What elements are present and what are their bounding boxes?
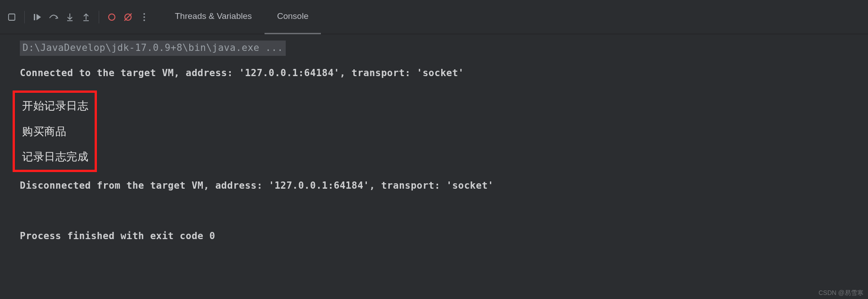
connected-message: Connected to the target VM, address: '12… — [20, 66, 868, 81]
output-line: 开始记录日志 — [22, 97, 88, 114]
divider — [99, 11, 99, 23]
svg-rect-1 — [34, 14, 35, 20]
highlighted-output: 开始记录日志 购买商品 记录日志完成 — [13, 91, 97, 172]
stop-button[interactable] — [5, 10, 19, 24]
toolbar-controls — [5, 10, 151, 24]
blank-line — [20, 204, 868, 219]
step-into-button[interactable] — [63, 10, 77, 24]
output-line: 记录日志完成 — [22, 148, 88, 165]
disconnected-message: Disconnected from the target VM, address… — [20, 178, 868, 194]
debug-toolbar: Threads & Variables Console — [0, 0, 868, 34]
command-line: D:\JavaDevelop\jdk-17.0.9+8\bin\java.exe… — [20, 41, 868, 56]
output-line: 购买商品 — [22, 123, 88, 140]
resume-button[interactable] — [30, 10, 45, 24]
watermark: CSDN @易雪寒 — [818, 289, 863, 297]
step-over-button[interactable] — [46, 10, 61, 24]
divider — [24, 11, 25, 23]
step-out-button[interactable] — [79, 10, 93, 24]
view-breakpoints-button[interactable] — [105, 10, 119, 24]
svg-point-10 — [143, 16, 145, 18]
debug-tabs: Threads & Variables Console — [162, 0, 321, 34]
tab-threads-variables[interactable]: Threads & Variables — [162, 0, 265, 34]
process-exit-message: Process finished with exit code 0 — [20, 229, 868, 244]
svg-point-6 — [109, 14, 115, 20]
java-command: D:\JavaDevelop\jdk-17.0.9+8\bin\java.exe… — [20, 41, 286, 56]
tab-console[interactable]: Console — [265, 0, 321, 34]
svg-point-11 — [143, 19, 145, 21]
more-button[interactable] — [137, 10, 151, 24]
svg-rect-0 — [9, 14, 15, 20]
console-output: D:\JavaDevelop\jdk-17.0.9+8\bin\java.exe… — [0, 34, 868, 244]
mute-breakpoints-button[interactable] — [121, 10, 135, 24]
svg-point-9 — [143, 13, 145, 15]
